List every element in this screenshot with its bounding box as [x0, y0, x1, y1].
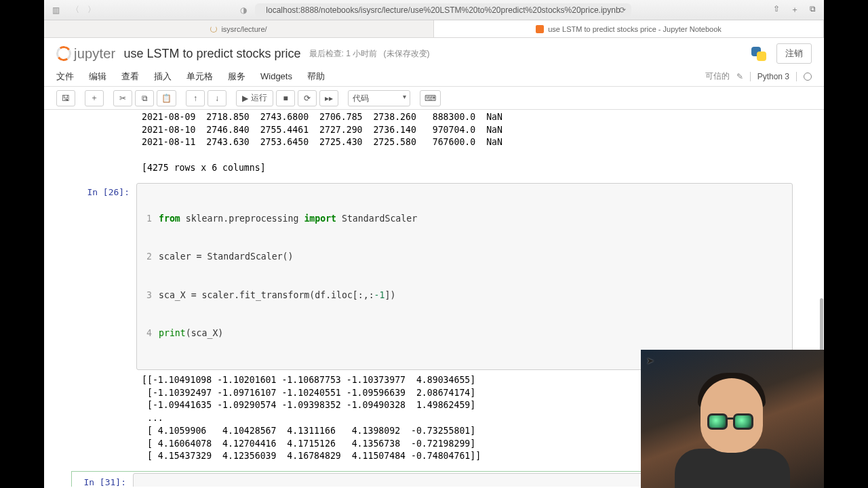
insert-cell-button[interactable]: ＋: [85, 90, 104, 106]
menu-edit[interactable]: 编辑: [89, 70, 106, 83]
code-line: scaler = StandardScaler(): [159, 251, 787, 264]
jupyter-logo-icon: [55, 45, 72, 62]
cut-button[interactable]: ✂: [113, 90, 132, 106]
shield-icon[interactable]: ◑: [237, 5, 250, 15]
unsaved-changes: (未保存改变): [384, 49, 430, 58]
nav-forward-icon: 〉: [87, 4, 96, 16]
kernel-name[interactable]: Python 3: [750, 72, 797, 81]
tok: ]): [384, 290, 395, 300]
tok: sklearn.preprocessing: [180, 214, 304, 224]
new-tab-icon[interactable]: ＋: [791, 4, 799, 16]
edit-icon[interactable]: ✎: [736, 72, 743, 81]
toolbar: 🖫 ＋ ✂ ⧉ 📋 ↑ ↓ ▶ 运行 ■ ⟳ ▸▸ 代码 ⌨: [44, 87, 824, 110]
last-checkpoint: 最后检查: 1 小时前: [309, 49, 378, 58]
browser-toolbar: ▥ 〈 〉 ◑ localhost:8888/notebooks/isysrc/…: [44, 0, 824, 20]
command-palette-button[interactable]: ⌨: [420, 90, 441, 106]
move-up-button[interactable]: ↑: [186, 90, 205, 106]
tok: StandardScaler: [336, 214, 417, 224]
webcam-overlay: ➤: [641, 350, 824, 488]
celltype-select-wrap[interactable]: 代码: [348, 90, 410, 106]
kw-import: import: [304, 214, 336, 224]
move-down-button[interactable]: ↓: [208, 90, 226, 106]
jupyter-logo[interactable]: jupyter: [56, 46, 115, 62]
python-logo-icon: [749, 44, 768, 63]
notebook-title[interactable]: use LSTM to predict stocks price: [123, 47, 300, 61]
address-url: localhost:8888/notebooks/isysrc/lecture/…: [266, 5, 620, 15]
tok-builtin: print: [159, 328, 186, 338]
input-prompt: In [31]:: [72, 473, 133, 487]
share-icon[interactable]: ⇧: [773, 4, 780, 16]
tok: sca_X = scaler.fit_transform(df.iloc[:,:: [159, 290, 374, 300]
tab-label: use LSTM to predict stocks price - Jupyt…: [548, 25, 722, 33]
menu-view[interactable]: 查看: [121, 70, 139, 83]
reload-icon[interactable]: ⟳: [619, 5, 626, 15]
menu-cell[interactable]: 单元格: [186, 70, 213, 83]
menu-widgets[interactable]: Widgets: [260, 71, 292, 81]
input-prompt: In [26]:: [75, 183, 136, 197]
tok-num: -1: [374, 290, 385, 300]
cursor-icon: ➤: [646, 355, 654, 366]
tab-strip: isysrc/lecture/ use LSTM to predict stoc…: [44, 20, 824, 38]
menu-kernel[interactable]: 服务: [228, 70, 245, 83]
copy-button[interactable]: ⧉: [135, 90, 154, 106]
cell-output-dataframe-tail: 2021-08-09 2718.850 2743.6800 2706.785 2…: [136, 110, 793, 180]
celltype-select[interactable]: 代码: [348, 90, 410, 106]
restart-run-all-button[interactable]: ▸▸: [319, 90, 338, 106]
paste-button[interactable]: 📋: [157, 90, 176, 106]
checkpoint-status: 最后检查: 1 小时前 (未保存改变): [309, 48, 430, 60]
trusted-label[interactable]: 可信的: [705, 70, 730, 82]
address-bar[interactable]: localhost:8888/notebooks/isysrc/lecture/…: [255, 3, 631, 17]
restart-button[interactable]: ⟳: [298, 90, 317, 106]
menubar: 文件 编辑 查看 插入 单元格 服务 Widgets 帮助 可信的 ✎ Pyth…: [44, 66, 824, 87]
jupyter-favicon-icon: [536, 25, 544, 33]
tab-label: isysrc/lecture/: [221, 25, 267, 33]
presenter-figure: [675, 359, 790, 488]
sidebar-toggle-icon[interactable]: ▥: [50, 5, 62, 15]
browser-tab-loading[interactable]: isysrc/lecture/: [44, 20, 434, 37]
spinner-icon: [210, 26, 217, 33]
run-label: 运行: [251, 92, 267, 104]
save-button[interactable]: 🖫: [56, 90, 75, 106]
nav-back-icon[interactable]: 〈: [71, 4, 79, 16]
menu-file[interactable]: 文件: [56, 70, 74, 83]
browser-tab-active[interactable]: use LSTM to predict stocks price - Jupyt…: [434, 20, 824, 37]
tok: (sca_X): [186, 328, 224, 338]
menu-insert[interactable]: 插入: [154, 70, 172, 83]
menu-help[interactable]: 帮助: [307, 70, 325, 83]
tab-overview-icon[interactable]: ⧉: [810, 4, 816, 16]
logout-button[interactable]: 注销: [776, 43, 812, 64]
kernel-idle-icon: [804, 73, 812, 81]
interrupt-button[interactable]: ■: [276, 90, 295, 106]
kw-from: from: [159, 214, 180, 224]
code-input-area[interactable]: 1from sklearn.preprocessing import Stand…: [136, 183, 793, 370]
jupyter-header: jupyter use LSTM to predict stocks price…: [44, 38, 824, 66]
run-button[interactable]: ▶ 运行: [236, 90, 273, 106]
jupyter-logo-text: jupyter: [74, 46, 115, 62]
